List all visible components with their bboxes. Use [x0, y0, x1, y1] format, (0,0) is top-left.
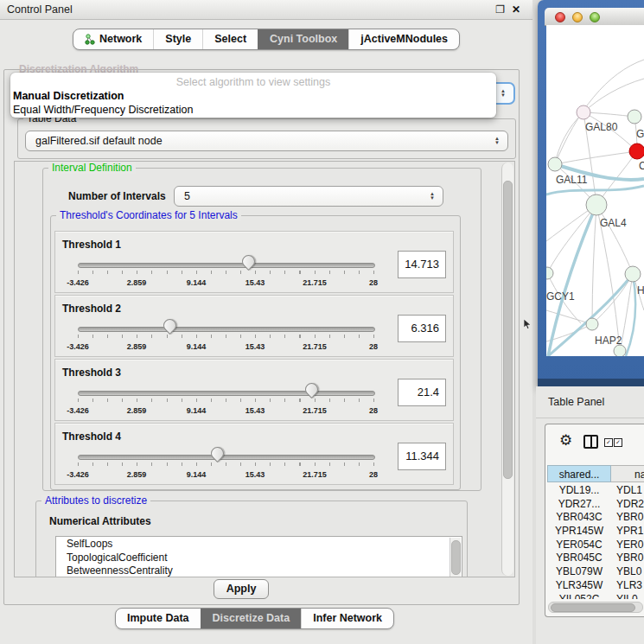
table-row[interactable]: YBR045CYBR0 — [547, 552, 644, 565]
panel-title: Control Panel — [7, 0, 73, 19]
checkbox-icon[interactable]: ✓ — [614, 438, 622, 447]
settings-vertical-scrollbar[interactable] — [501, 163, 513, 576]
network-node-gcy1[interactable] — [546, 267, 553, 279]
node-table: ⚙ ✓ ✓ shared... na YDL19...YDL1 YDR27...… — [545, 424, 644, 617]
settings-scrollpane: Interval Definition Number of Intervals … — [14, 161, 515, 577]
table-row[interactable]: YDR27...YDR2 — [547, 498, 644, 512]
node-label: GAL80 — [585, 121, 618, 133]
mouse-cursor-icon — [524, 319, 532, 330]
close-icon[interactable]: ✕ — [512, 4, 520, 15]
checkbox-icon[interactable]: ✓ — [604, 438, 613, 447]
list-scrollbar-thumb[interactable] — [451, 540, 461, 575]
network-canvas[interactable]: GAL80 G C GAL11 GAL4 GCY1 H HAP2 — [546, 25, 644, 356]
table-panel: Table Panel ⚙ ✓ ✓ shared... na YDL19...Y… — [536, 386, 644, 644]
network-view-window: GAL80 G C GAL11 GAL4 GCY1 H HAP2 — [538, 0, 644, 386]
tab-discretize-data[interactable]: Discretize Data — [201, 609, 302, 628]
threshold-4-panel: Threshold 4 -3.4262.859 9.14415.43 21.71… — [54, 423, 454, 485]
table-data-combobox[interactable]: galFiltered.sif default node ▲▼ — [25, 131, 508, 151]
threshold-4-value-field[interactable]: 11.344 — [398, 443, 446, 470]
network-icon — [85, 34, 95, 45]
threshold-4-slider-track[interactable] — [78, 455, 375, 460]
list-scrollbar[interactable] — [450, 538, 461, 577]
tick-marks-major — [78, 335, 375, 341]
table-data-groupbox: Table Data galFiltered.sif default node … — [17, 118, 516, 159]
control-panel-titlebar: Control Panel ❐ ✕ — [0, 0, 532, 20]
numerical-attributes-label: Numerical Attributes — [49, 515, 151, 527]
network-node-gal80[interactable] — [577, 105, 590, 119]
threshold-2-value-field[interactable]: 6.316 — [398, 315, 446, 342]
table-row[interactable]: YIL052CYIL0 — [547, 593, 644, 600]
bottom-tab-bar: Impute Data Discretize Data Infer Networ… — [115, 608, 394, 629]
float-window-icon[interactable]: ❐ — [495, 4, 505, 15]
tick-marks-major — [78, 399, 375, 405]
threshold-2-label: Threshold 2 — [62, 303, 121, 315]
threshold-3-value-field[interactable]: 21.4 — [398, 379, 446, 406]
threshold-3-slider-track[interactable] — [78, 391, 375, 396]
interval-definition-label: Interval Definition — [48, 163, 136, 174]
table-row[interactable]: YER054CYER0 — [547, 539, 644, 552]
number-of-intervals-label: Number of Intervals — [68, 190, 166, 202]
tab-cyni-toolbox[interactable]: Cyni Toolbox — [258, 29, 348, 49]
divider — [536, 418, 644, 418]
tab-jactivemnodules[interactable]: jActiveMNodules — [348, 29, 459, 49]
threshold-1-value-field[interactable]: 14.713 — [398, 251, 446, 278]
list-item[interactable]: BetweennessCentrality — [56, 564, 462, 577]
tab-infer-network[interactable]: Infer Network — [301, 609, 393, 628]
node-label: HAP2 — [595, 335, 622, 347]
network-node-partial-g[interactable] — [628, 110, 641, 124]
list-item[interactable]: SelfLoops — [56, 537, 462, 551]
algorithm-option-equal-width[interactable]: Equal Width/Frequency Discretization — [13, 104, 193, 116]
network-node-hap2[interactable] — [586, 318, 598, 330]
attributes-group-label: Attributes to discretize — [41, 495, 150, 507]
tab-network[interactable]: Network — [73, 29, 153, 49]
threshold-1-slider-track[interactable] — [78, 263, 375, 268]
threshold-3-panel: Threshold 3 -3.4262.859 9.14415.43 21.71… — [54, 359, 454, 421]
table-horizontal-scrollbar[interactable] — [548, 602, 643, 613]
table-header-row: shared... na — [547, 465, 644, 482]
table-row[interactable]: YBR043CYBR0 — [547, 511, 644, 525]
tab-select[interactable]: Select — [202, 29, 258, 49]
network-node-gal4[interactable] — [586, 194, 607, 215]
table-rows: YDL19...YDL1 YDR27...YDR2 YBR043CYBR0 YP… — [547, 484, 644, 599]
split-columns-icon[interactable] — [583, 435, 598, 449]
network-node-partial-h[interactable] — [625, 266, 641, 282]
threshold-3-label: Threshold 3 — [62, 367, 121, 379]
table-data-value: galFiltered.sif default node — [35, 131, 163, 150]
column-header-shared[interactable]: shared... — [547, 465, 611, 482]
column-header-name[interactable]: na — [611, 465, 644, 482]
attributes-groupbox: Attributes to discretize Numerical Attri… — [35, 501, 468, 577]
algorithm-hint: Select algorithm to view settings — [10, 76, 496, 88]
table-row[interactable]: YDL19...YDL1 — [547, 484, 644, 498]
threshold-4-label: Threshold 4 — [62, 430, 121, 443]
table-scrollbar-thumb[interactable] — [551, 603, 635, 612]
mac-close-button[interactable] — [555, 12, 565, 22]
number-of-intervals-value: 5 — [184, 187, 190, 206]
network-node-gal11[interactable] — [548, 157, 562, 171]
spinner-arrows-icon: ▲▼ — [430, 187, 435, 206]
list-item[interactable]: TopologicalCoefficient — [56, 551, 462, 564]
network-graph: GAL80 G C GAL11 GAL4 GCY1 H HAP2 — [546, 25, 644, 356]
threshold-2-panel: Threshold 2 -3.4262.859 9.14415.43 21.71… — [54, 295, 454, 357]
tick-marks-major — [78, 462, 375, 469]
network-window-frame-bottom — [538, 379, 644, 386]
mac-minimize-button[interactable] — [572, 12, 583, 22]
settings-scrollbar-thumb[interactable] — [503, 181, 513, 479]
number-of-intervals-spinner[interactable]: 5 ▲▼ — [174, 186, 443, 207]
network-window-titlebar — [545, 8, 644, 26]
tab-style[interactable]: Style — [153, 29, 202, 49]
network-node-selected-red[interactable] — [629, 143, 644, 159]
apply-button[interactable]: Apply — [214, 579, 269, 599]
table-row[interactable]: YPR145WYPR1 — [547, 525, 644, 539]
algorithm-option-manual[interactable]: Manual Discretization — [13, 90, 124, 102]
table-row[interactable]: YLR345WYLR3 — [547, 579, 644, 593]
node-label: H — [637, 284, 644, 296]
table-row[interactable]: YBL079WYBL0 — [547, 565, 644, 579]
node-label: G — [636, 128, 644, 140]
threshold-2-slider-track[interactable] — [78, 327, 375, 332]
node-label: GAL11 — [556, 174, 588, 186]
tab-impute-data[interactable]: Impute Data — [116, 609, 201, 628]
node-label: GAL4 — [600, 217, 627, 229]
threshold-1-label: Threshold 1 — [62, 239, 121, 251]
mac-zoom-button[interactable] — [590, 12, 600, 22]
gear-icon[interactable]: ⚙ — [559, 433, 572, 448]
